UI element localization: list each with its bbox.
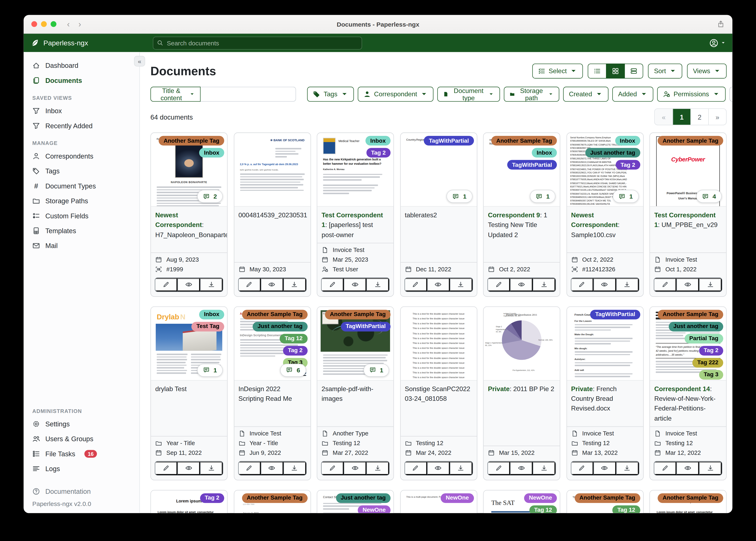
- pagination-page-2[interactable]: 2: [690, 109, 708, 125]
- tag-pill[interactable]: Inbox: [199, 310, 224, 319]
- comment-count-badge[interactable]: 6: [280, 364, 306, 377]
- document-title[interactable]: 0004814539_20230531: [234, 207, 310, 262]
- filter-correspondent-button[interactable]: Correspondent: [358, 87, 434, 102]
- correspondent-name[interactable]: Test Correspondent 1: [322, 212, 383, 229]
- tag-pill[interactable]: Tag 3: [699, 370, 723, 379]
- tag-pill[interactable]: TagWithPartial: [424, 136, 474, 146]
- document-thumbnail[interactable]: DrylabNInboxTest Tag1: [151, 307, 227, 380]
- view-document-button[interactable]: [510, 461, 533, 475]
- edit-document-button[interactable]: [654, 278, 676, 291]
- tag-pill[interactable]: Another Sample Tag: [658, 493, 723, 503]
- filter-storage-path-button[interactable]: Storage path: [504, 87, 559, 102]
- filter-created-button[interactable]: Created: [563, 87, 608, 102]
- correspondent-name[interactable]: Test Correspondent 1: [654, 212, 716, 229]
- tag-pill[interactable]: Just another tag: [585, 148, 640, 158]
- tag-pill[interactable]: Tag 12: [280, 334, 307, 343]
- document-thumbnail[interactable]: Boundary Waters TripAnother Sample TagTa…: [317, 307, 393, 380]
- sidebar-item-inbox[interactable]: Inbox: [24, 103, 139, 118]
- comment-count-badge[interactable]: 1: [530, 190, 555, 203]
- download-document-button[interactable]: [283, 278, 306, 291]
- document-title[interactable]: Test Correspondent 1: [paperless] test p…: [317, 207, 393, 243]
- browser-forward-button[interactable]: ›: [78, 20, 81, 28]
- download-document-button[interactable]: [699, 278, 722, 291]
- view-document-button[interactable]: [261, 461, 283, 475]
- tag-pill[interactable]: NewOne: [441, 493, 474, 503]
- document-thumbnail[interactable]: one,1.0five,5.0Another Sample TagInboxTa…: [484, 133, 560, 207]
- tag-pill[interactable]: Another Sample Tag: [325, 310, 390, 319]
- tag-pill[interactable]: Just another tag: [669, 321, 723, 331]
- document-title[interactable]: tablerates2: [400, 207, 477, 262]
- edit-document-button[interactable]: [405, 461, 427, 475]
- document-thumbnail[interactable]: This is a testAnother Sample TagTag 12: [567, 490, 643, 513]
- view-document-button[interactable]: [344, 461, 366, 475]
- select-button[interactable]: Select: [532, 64, 583, 78]
- document-title[interactable]: Correspondent 9: 1 Testing New Title Upd…: [484, 207, 560, 262]
- tag-pill[interactable]: Inbox: [199, 148, 224, 158]
- tag-pill[interactable]: Tag 12: [529, 505, 557, 513]
- download-document-button[interactable]: [366, 461, 389, 475]
- filter-added-button[interactable]: Added: [612, 87, 653, 102]
- correspondent-name[interactable]: Correspondent 14: [654, 385, 710, 392]
- tag-pill[interactable]: Inbox: [365, 136, 391, 146]
- edit-document-button[interactable]: [239, 461, 261, 475]
- edit-document-button[interactable]: [654, 461, 676, 475]
- view-list-button[interactable]: [588, 64, 607, 78]
- document-thumbnail[interactable]: Francja pod rNAPOLEON BONAPARTEAnother S…: [151, 133, 227, 207]
- download-document-button[interactable]: [200, 461, 223, 475]
- user-menu[interactable]: [709, 38, 725, 47]
- comment-count-badge[interactable]: 1: [363, 364, 389, 377]
- text-filter-mode-button[interactable]: Title & content: [150, 87, 201, 102]
- document-thumbnail[interactable]: The SATPracticeTest #1Make time to take …: [484, 490, 560, 513]
- document-title[interactable]: Test Correspondent 1: UM_PPBE_en_v29: [650, 207, 726, 252]
- document-thumbnail[interactable]: Contact Sheet DemoJust another tagNewOne: [317, 490, 393, 513]
- minimize-window-button[interactable]: [41, 21, 47, 27]
- view-document-button[interactable]: [593, 278, 616, 291]
- pagination-next[interactable]: »: [708, 109, 726, 125]
- sidebar-item-file-tasks[interactable]: File Tasks16: [24, 446, 139, 461]
- correspondent-name[interactable]: Newest Correspondent: [155, 212, 202, 229]
- download-document-button[interactable]: [533, 461, 555, 475]
- download-document-button[interactable]: [366, 278, 389, 291]
- sidebar-item-custom-fields[interactable]: Custom Fields: [24, 208, 139, 223]
- close-window-button[interactable]: [31, 21, 37, 27]
- document-thumbnail[interactable]: Lorem ipsumLorem ipsum dolor sit amet, c…: [650, 490, 726, 513]
- document-title[interactable]: Private: 2011 BP Pie 2: [484, 380, 560, 445]
- download-document-button[interactable]: [616, 278, 639, 291]
- edit-document-button[interactable]: [488, 461, 510, 475]
- sort-button[interactable]: Sort: [648, 64, 682, 78]
- view-document-button[interactable]: [427, 461, 450, 475]
- views-button[interactable]: Views: [687, 64, 726, 78]
- document-title[interactable]: Correspondent 14: Review-of-New-York-Fed…: [650, 380, 726, 426]
- tag-pill[interactable]: Tag 2: [283, 346, 307, 355]
- document-thumbnail[interactable]: Test Name123-456-7890January 2, 2022July…: [234, 490, 310, 513]
- view-document-button[interactable]: [676, 278, 699, 291]
- view-document-button[interactable]: [177, 461, 200, 475]
- sidebar-item-recently-added[interactable]: Recently Added: [24, 118, 139, 133]
- download-document-button[interactable]: [450, 278, 472, 291]
- sidebar-item-documents[interactable]: Documents: [24, 73, 139, 88]
- document-thumbnail[interactable]: Medical TeacherHas the new Kirkpatrick g…: [317, 133, 393, 207]
- document-thumbnail[interactable]: CyberPowerPowerPanel® Business EditionUs…: [650, 133, 726, 207]
- download-document-button[interactable]: [533, 278, 555, 291]
- tag-pill[interactable]: Another Sample Tag: [491, 136, 557, 146]
- sidebar-item-documentation[interactable]: Documentation: [24, 485, 139, 498]
- tag-pill[interactable]: Inbox: [615, 136, 640, 146]
- comment-count-badge[interactable]: 1: [447, 190, 472, 203]
- tag-pill[interactable]: TagWithPartial: [590, 310, 640, 319]
- view-document-button[interactable]: [427, 278, 450, 291]
- view-document-button[interactable]: [261, 278, 283, 291]
- edit-document-button[interactable]: [155, 278, 177, 291]
- tag-pill[interactable]: Another Sample Tag: [242, 310, 307, 319]
- browser-back-button[interactable]: ‹: [67, 20, 70, 28]
- sidebar-item-users-groups[interactable]: Users & Groups: [24, 431, 139, 446]
- tag-pill[interactable]: Another Sample Tag: [242, 493, 307, 503]
- maximize-window-button[interactable]: [51, 21, 56, 27]
- comment-count-badge[interactable]: 2: [197, 190, 223, 203]
- sidebar-item-logs[interactable]: Logs: [24, 461, 139, 476]
- view-document-button[interactable]: [676, 461, 699, 475]
- sidebar-item-document-types[interactable]: #Document Types: [24, 178, 139, 193]
- tag-pill[interactable]: Inbox: [532, 148, 557, 158]
- download-document-button[interactable]: [200, 278, 223, 291]
- download-document-button[interactable]: [616, 461, 639, 475]
- view-detail-button[interactable]: [625, 64, 643, 78]
